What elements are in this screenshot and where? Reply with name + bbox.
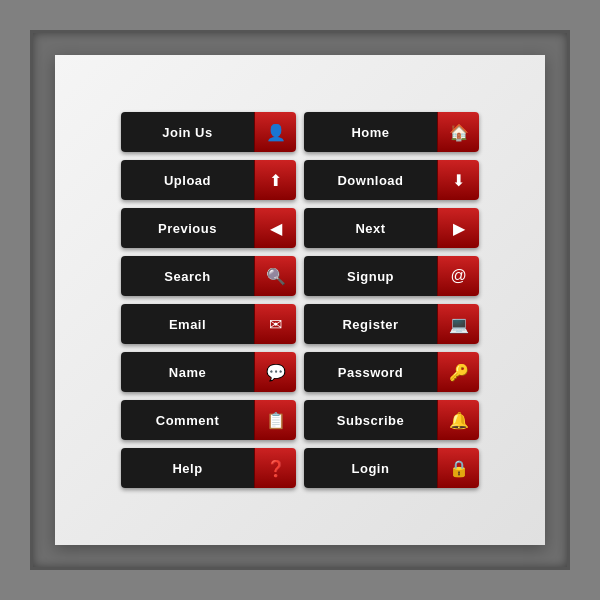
next-label: Next (304, 208, 437, 248)
help-label: Help (121, 448, 254, 488)
download-label: Download (304, 160, 437, 200)
register-button[interactable]: Register💻 (304, 304, 479, 344)
signup-label: Signup (304, 256, 437, 296)
next-button[interactable]: Next▶ (304, 208, 479, 248)
home-label: Home (304, 112, 437, 152)
outer-frame: Join Us👤Home🏠Upload⬆Download⬇Previous◀Ne… (30, 30, 570, 570)
home-button[interactable]: Home🏠 (304, 112, 479, 152)
upload-icon: ⬆ (254, 160, 296, 200)
email-icon: ✉ (254, 304, 296, 344)
signup-button[interactable]: Signup@ (304, 256, 479, 296)
home-icon: 🏠 (437, 112, 479, 152)
upload-label: Upload (121, 160, 254, 200)
password-button[interactable]: Password🔑 (304, 352, 479, 392)
inner-card: Join Us👤Home🏠Upload⬆Download⬇Previous◀Ne… (55, 55, 545, 545)
email-button[interactable]: Email✉ (121, 304, 296, 344)
search-label: Search (121, 256, 254, 296)
comment-button[interactable]: Comment📋 (121, 400, 296, 440)
password-label: Password (304, 352, 437, 392)
email-label: Email (121, 304, 254, 344)
name-icon: 💬 (254, 352, 296, 392)
help-icon: ❓ (254, 448, 296, 488)
buttons-grid: Join Us👤Home🏠Upload⬆Download⬇Previous◀Ne… (101, 92, 499, 508)
register-icon: 💻 (437, 304, 479, 344)
comment-label: Comment (121, 400, 254, 440)
download-button[interactable]: Download⬇ (304, 160, 479, 200)
search-button[interactable]: Search🔍 (121, 256, 296, 296)
signup-icon: @ (437, 256, 479, 296)
name-label: Name (121, 352, 254, 392)
previous-icon: ◀ (254, 208, 296, 248)
next-icon: ▶ (437, 208, 479, 248)
comment-icon: 📋 (254, 400, 296, 440)
name-button[interactable]: Name💬 (121, 352, 296, 392)
login-button[interactable]: Login🔒 (304, 448, 479, 488)
join-us-icon: 👤 (254, 112, 296, 152)
previous-button[interactable]: Previous◀ (121, 208, 296, 248)
help-button[interactable]: Help❓ (121, 448, 296, 488)
subscribe-label: Subscribe (304, 400, 437, 440)
previous-label: Previous (121, 208, 254, 248)
join-us-button[interactable]: Join Us👤 (121, 112, 296, 152)
join-us-label: Join Us (121, 112, 254, 152)
download-icon: ⬇ (437, 160, 479, 200)
subscribe-button[interactable]: Subscribe🔔 (304, 400, 479, 440)
login-icon: 🔒 (437, 448, 479, 488)
subscribe-icon: 🔔 (437, 400, 479, 440)
login-label: Login (304, 448, 437, 488)
register-label: Register (304, 304, 437, 344)
password-icon: 🔑 (437, 352, 479, 392)
search-icon: 🔍 (254, 256, 296, 296)
upload-button[interactable]: Upload⬆ (121, 160, 296, 200)
